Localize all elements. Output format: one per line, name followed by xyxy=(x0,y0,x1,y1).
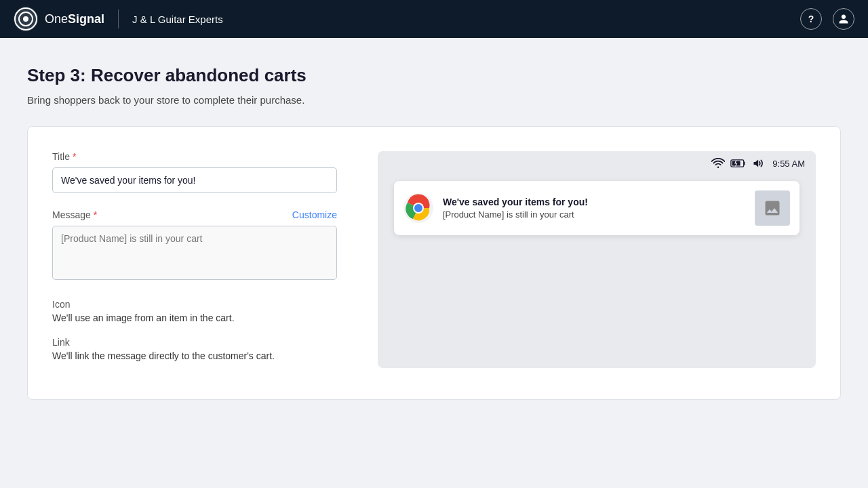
message-label: Message * xyxy=(52,209,97,220)
main-content: Step 3: Recover abandoned carts Bring sh… xyxy=(0,38,868,427)
icon-label: Icon xyxy=(52,299,337,310)
user-button[interactable] xyxy=(833,8,854,30)
notification-message: [Product Name] is still in your cart xyxy=(443,209,745,220)
form-section: Title * Message * Customize Icon xyxy=(52,151,337,375)
icon-section: Icon We'll use an image from an item in … xyxy=(52,299,337,323)
volume-icon xyxy=(752,158,766,169)
notification-card: We've saved your items for you! [Product… xyxy=(394,181,800,235)
help-button[interactable]: ? xyxy=(800,8,822,30)
status-icons xyxy=(711,158,766,169)
app-header: OneSignal J & L Guitar Experts ? xyxy=(0,0,868,38)
store-name: J & L Guitar Experts xyxy=(132,14,223,25)
battery-icon xyxy=(730,158,747,169)
notification-title: We've saved your items for you! xyxy=(443,197,745,207)
page-title: Step 3: Recover abandoned carts xyxy=(27,65,841,86)
notification-image-placeholder xyxy=(755,190,790,226)
title-field: Title * xyxy=(52,151,337,193)
message-required-star: * xyxy=(94,209,97,220)
svg-point-3 xyxy=(23,16,28,22)
icon-description: We'll use an image from an item in the c… xyxy=(52,312,337,323)
preview-section: 9:55 AM We've saved your items for you! … xyxy=(378,151,816,368)
logo: OneSignal xyxy=(14,7,104,31)
main-card: Title * Message * Customize Icon xyxy=(27,126,841,400)
title-required-star: * xyxy=(73,151,76,162)
logo-text: OneSignal xyxy=(45,12,104,26)
notification-body: We've saved your items for you! [Product… xyxy=(443,197,745,220)
customize-link[interactable]: Customize xyxy=(292,209,337,220)
preview-status-bar: 9:55 AM xyxy=(378,151,816,176)
onesignal-logo-icon xyxy=(14,7,38,31)
link-description: We'll link the message directly to the c… xyxy=(52,350,337,361)
preview-time: 9:55 AM xyxy=(772,159,805,169)
user-icon xyxy=(838,14,849,24)
title-input[interactable] xyxy=(52,167,337,193)
chrome-icon xyxy=(403,193,433,223)
svg-point-8 xyxy=(414,204,422,212)
header-divider xyxy=(118,9,119,28)
image-placeholder-icon xyxy=(763,199,782,218)
header-left: OneSignal J & L Guitar Experts xyxy=(14,7,223,31)
message-field: Message * Customize xyxy=(52,209,337,283)
header-right: ? xyxy=(800,8,854,30)
title-label: Title * xyxy=(52,151,337,162)
message-textarea[interactable] xyxy=(52,226,337,280)
link-label: Link xyxy=(52,337,337,348)
wifi-icon xyxy=(711,158,725,169)
question-icon: ? xyxy=(808,14,814,24)
page-subtitle: Bring shoppers back to your store to com… xyxy=(27,94,841,106)
message-label-row: Message * Customize xyxy=(52,209,337,220)
link-section: Link We'll link the message directly to … xyxy=(52,337,337,361)
